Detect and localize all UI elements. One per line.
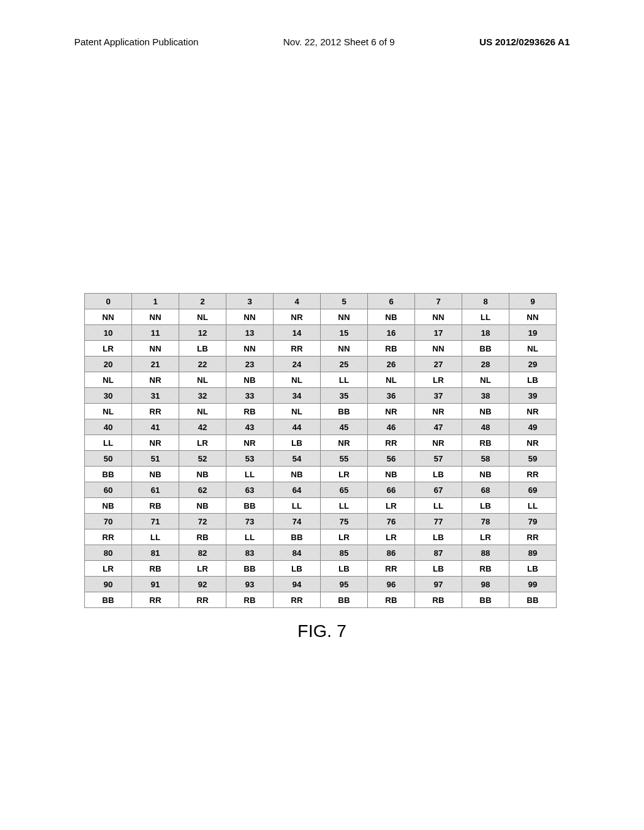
- index-cell: 3: [226, 294, 274, 309]
- value-cell: RR: [368, 435, 415, 451]
- table-value-row: NBRBNBBBLLLLLRLLLBLL: [85, 498, 557, 514]
- value-cell: NB: [462, 404, 509, 419]
- value-cell: BB: [226, 561, 274, 577]
- value-cell: LL: [462, 309, 509, 325]
- index-cell: 39: [509, 388, 557, 404]
- table-value-row: NLRRNLRBNLBBNRNRNBNR: [85, 404, 557, 419]
- value-cell: NR: [321, 435, 368, 451]
- value-cell: NL: [509, 341, 557, 357]
- index-cell: 91: [132, 577, 179, 592]
- index-cell: 69: [509, 482, 557, 498]
- value-cell: RB: [368, 341, 415, 357]
- index-cell: 59: [509, 451, 557, 467]
- index-cell: 24: [274, 357, 321, 372]
- value-cell: NN: [321, 309, 368, 325]
- index-cell: 84: [274, 545, 321, 561]
- table-index-row: 80818283848586878889: [85, 545, 557, 561]
- table-index-row: 60616263646566676869: [85, 482, 557, 498]
- value-cell: NR: [226, 435, 274, 451]
- index-cell: 83: [226, 545, 274, 561]
- value-cell: NB: [368, 309, 415, 325]
- value-cell: LB: [415, 561, 462, 577]
- value-cell: LB: [274, 561, 321, 577]
- index-cell: 98: [462, 577, 509, 592]
- index-cell: 27: [415, 357, 462, 372]
- value-cell: NL: [179, 372, 226, 388]
- value-cell: LR: [368, 529, 415, 545]
- index-cell: 23: [226, 357, 274, 372]
- index-cell: 65: [321, 482, 368, 498]
- header-publication-type: Patent Application Publication: [74, 36, 199, 47]
- value-cell: RB: [132, 498, 179, 514]
- index-cell: 11: [132, 325, 179, 341]
- value-cell: LL: [226, 467, 274, 482]
- value-cell: BB: [509, 592, 557, 608]
- index-cell: 42: [179, 419, 226, 435]
- index-cell: 96: [368, 577, 415, 592]
- table-index-row: 40414243444546474849: [85, 419, 557, 435]
- index-cell: 50: [85, 451, 132, 467]
- index-cell: 32: [179, 388, 226, 404]
- value-cell: RR: [179, 592, 226, 608]
- index-cell: 30: [85, 388, 132, 404]
- value-cell: NL: [179, 309, 226, 325]
- table-index-row: 0123456789: [85, 294, 557, 309]
- index-cell: 15: [321, 325, 368, 341]
- index-cell: 82: [179, 545, 226, 561]
- index-cell: 97: [415, 577, 462, 592]
- index-cell: 77: [415, 514, 462, 529]
- value-cell: NN: [226, 309, 274, 325]
- index-cell: 41: [132, 419, 179, 435]
- index-cell: 14: [274, 325, 321, 341]
- index-cell: 45: [321, 419, 368, 435]
- value-cell: RB: [462, 435, 509, 451]
- index-cell: 6: [368, 294, 415, 309]
- data-table: 0123456789NNNNNLNNNRNNNBNNLLNN1011121314…: [84, 293, 557, 608]
- value-cell: BB: [274, 529, 321, 545]
- value-cell: BB: [85, 467, 132, 482]
- index-cell: 10: [85, 325, 132, 341]
- value-cell: LB: [509, 372, 557, 388]
- value-cell: RR: [274, 341, 321, 357]
- index-cell: 36: [368, 388, 415, 404]
- table-value-row: LRNNLBNNRRNNRBNNBBNL: [85, 341, 557, 357]
- index-cell: 52: [179, 451, 226, 467]
- index-cell: 19: [509, 325, 557, 341]
- index-cell: 40: [85, 419, 132, 435]
- figure-caption: FIG. 7: [0, 621, 644, 641]
- value-cell: LR: [85, 341, 132, 357]
- index-cell: 20: [85, 357, 132, 372]
- value-cell: LB: [179, 341, 226, 357]
- index-cell: 21: [132, 357, 179, 372]
- value-cell: LB: [274, 435, 321, 451]
- index-cell: 53: [226, 451, 274, 467]
- index-cell: 38: [462, 388, 509, 404]
- value-cell: NR: [132, 372, 179, 388]
- value-cell: NR: [415, 435, 462, 451]
- index-cell: 8: [462, 294, 509, 309]
- index-cell: 63: [226, 482, 274, 498]
- table-index-row: 50515253545556575859: [85, 451, 557, 467]
- value-cell: NB: [462, 467, 509, 482]
- index-cell: 31: [132, 388, 179, 404]
- index-cell: 4: [274, 294, 321, 309]
- value-cell: LL: [321, 498, 368, 514]
- value-cell: RR: [132, 404, 179, 419]
- value-cell: LR: [415, 372, 462, 388]
- value-cell: BB: [462, 592, 509, 608]
- index-cell: 17: [415, 325, 462, 341]
- index-cell: 88: [462, 545, 509, 561]
- value-cell: BB: [321, 592, 368, 608]
- index-cell: 62: [179, 482, 226, 498]
- index-cell: 48: [462, 419, 509, 435]
- value-cell: NR: [132, 435, 179, 451]
- index-cell: 61: [132, 482, 179, 498]
- index-cell: 1: [132, 294, 179, 309]
- table-value-row: BBNBNBLLNBLRNBLBNBRR: [85, 467, 557, 482]
- index-cell: 58: [462, 451, 509, 467]
- value-cell: LB: [415, 529, 462, 545]
- table-index-row: 30313233343536373839: [85, 388, 557, 404]
- index-cell: 57: [415, 451, 462, 467]
- value-cell: NB: [132, 467, 179, 482]
- value-cell: NL: [368, 372, 415, 388]
